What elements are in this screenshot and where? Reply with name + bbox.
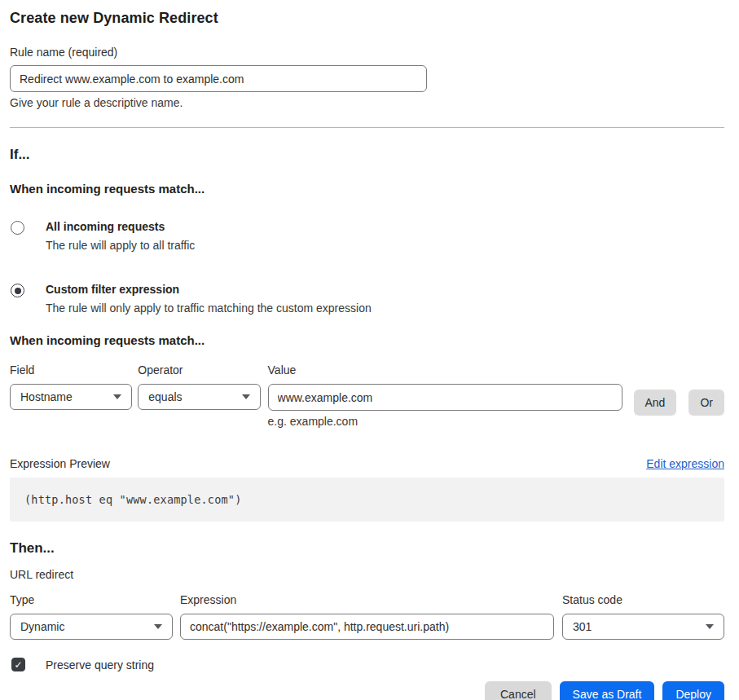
expression-preview-header: Expression Preview Edit expression [10, 457, 724, 470]
if-heading: If... [10, 147, 724, 163]
or-button[interactable]: Or [688, 390, 724, 416]
create-redirect-form: Create new Dynamic Redirect Rule name (r… [0, 0, 739, 700]
expression-input[interactable] [180, 614, 554, 640]
value-label: Value [268, 363, 622, 376]
footer-actions: Cancel Save as Draft Deploy [10, 681, 724, 700]
field-select-value: Hostname [20, 390, 73, 403]
expression-label: Expression [180, 593, 554, 606]
field-select[interactable]: Hostname [10, 384, 132, 410]
chevron-down-icon [154, 624, 162, 629]
expression-code-block: (http.host eq "www.example.com") [10, 478, 724, 522]
status-code-label: Status code [562, 593, 724, 606]
operator-select-value: equals [148, 390, 182, 403]
rule-name-label: Rule name (required) [10, 46, 427, 59]
chevron-down-icon [242, 394, 250, 399]
expression-preview-label: Expression Preview [10, 457, 110, 470]
match-type-heading: When incoming requests match... [10, 182, 724, 196]
url-redirect-label: URL redirect [10, 568, 724, 581]
preserve-query-checkbox[interactable]: ✓ [11, 658, 25, 671]
rule-name-group: Rule name (required) Give your rule a de… [10, 46, 427, 109]
page-title: Create new Dynamic Redirect [10, 10, 724, 27]
type-label: Type [10, 593, 173, 606]
section-divider [10, 127, 724, 128]
chevron-down-icon [706, 624, 714, 629]
value-helper: e.g. example.com [268, 415, 622, 428]
radio-icon[interactable] [11, 221, 24, 235]
radio-description: The rule will apply to all traffic [46, 239, 195, 252]
cancel-button[interactable]: Cancel [485, 681, 552, 700]
checkmark-icon: ✓ [14, 660, 22, 670]
status-code-select[interactable]: 301 [562, 614, 724, 640]
status-code-value: 301 [573, 620, 592, 633]
type-select[interactable]: Dynamic [10, 614, 173, 640]
save-draft-button[interactable]: Save as Draft [560, 681, 655, 700]
condition-heading: When incoming requests match... [10, 333, 724, 347]
operator-label: Operator [138, 363, 260, 376]
radio-option-all-requests[interactable]: All incoming requests The rule will appl… [10, 220, 724, 252]
preserve-query-option[interactable]: ✓ Preserve query string [10, 658, 724, 671]
radio-label: Custom filter expression [46, 283, 372, 296]
condition-row: Field Hostname Operator equals Value e.g… [10, 363, 724, 428]
preserve-query-label: Preserve query string [46, 658, 154, 671]
radio-description: The rule will only apply to traffic matc… [46, 302, 372, 315]
and-button[interactable]: And [634, 390, 677, 416]
value-input[interactable] [268, 384, 622, 411]
field-label: Field [10, 363, 132, 376]
rule-name-input[interactable] [10, 65, 427, 92]
deploy-button[interactable]: Deploy [662, 681, 724, 700]
radio-label: All incoming requests [46, 220, 195, 233]
chevron-down-icon [113, 394, 121, 399]
rule-name-helper: Give your rule a descriptive name. [10, 96, 427, 109]
then-heading: Then... [10, 540, 724, 557]
type-select-value: Dynamic [20, 620, 64, 633]
radio-icon[interactable] [11, 284, 24, 297]
expression-code: (http.host eq "www.example.com") [24, 493, 242, 506]
redirect-action-row: Type Dynamic Expression Status code 301 [10, 593, 724, 640]
edit-expression-link[interactable]: Edit expression [646, 457, 724, 470]
operator-select[interactable]: equals [138, 384, 260, 410]
radio-option-custom-expression[interactable]: Custom filter expression The rule will o… [10, 283, 724, 315]
